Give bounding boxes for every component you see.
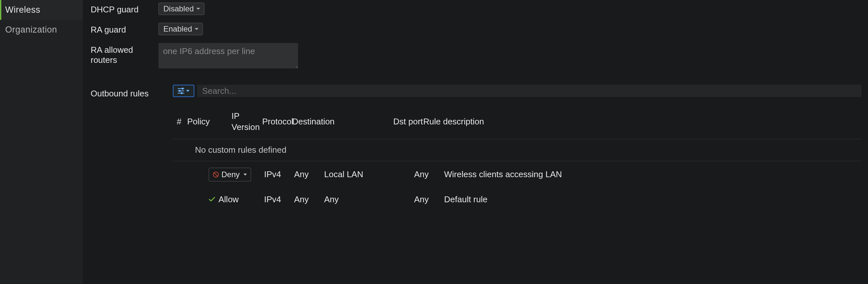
rule-dst-port: Any [414, 194, 444, 205]
rules-table: # Policy IP Version Protocol Destination… [173, 105, 862, 211]
col-dst-port: Dst port [393, 117, 423, 127]
col-description: Rule description [423, 117, 858, 127]
rules-table-head: # Policy IP Version Protocol Destination… [173, 105, 862, 139]
col-destination: Destination [292, 117, 393, 127]
dhcp-guard-label: DHCP guard [91, 3, 158, 15]
policy-value: Deny [221, 170, 240, 179]
dhcp-guard-select[interactable]: Disabled [158, 3, 205, 15]
outbound-rules-label: Outbound rules [91, 85, 173, 211]
ra-allowed-textarea[interactable] [158, 43, 298, 68]
sidebar-item-organization[interactable]: Organization [0, 20, 83, 40]
ra-guard-label: RA guard [91, 23, 158, 35]
chevron-down-icon [196, 6, 201, 11]
rule-dst-port: Any [414, 169, 444, 179]
rule-policy-cell: Allow [209, 194, 264, 205]
table-row: Deny IPv4 Any Local LAN Any Wireless cli… [173, 161, 862, 188]
sidebar-item-wireless[interactable]: Wireless [0, 0, 83, 20]
rule-description: Default rule [444, 194, 858, 205]
outbound-rules-content: # Policy IP Version Protocol Destination… [173, 85, 862, 211]
rule-description: Wireless clients accessing LAN [444, 169, 858, 179]
table-row: Allow IPv4 Any Any Any Default rule [173, 188, 862, 211]
col-hash: # [177, 117, 187, 127]
ra-guard-value: Enabled [163, 25, 192, 34]
policy-deny-select[interactable]: Deny [209, 168, 251, 181]
ra-allowed-row: RA allowed routers [83, 43, 868, 68]
empty-rules-row: No custom rules defined [173, 139, 862, 161]
rule-policy-cell: Deny [209, 168, 264, 181]
rule-ipver: IPv4 [264, 169, 294, 179]
outbound-rules-section: Outbound rules # Policy IP Version [83, 85, 868, 211]
dhcp-guard-value: Disabled [163, 4, 194, 13]
caret-down-icon [186, 90, 189, 92]
sidebar-item-label: Organization [5, 25, 57, 35]
sidebar-item-label: Wireless [5, 5, 40, 15]
sidebar: Wireless Organization [0, 0, 83, 284]
rule-destination: Any [324, 194, 414, 205]
chevron-down-icon [194, 26, 199, 32]
check-icon [209, 197, 215, 202]
policy-allow: Allow [209, 194, 239, 205]
main-content: DHCP guard Disabled RA guard Enabled RA … [83, 0, 868, 284]
rule-destination: Local LAN [324, 169, 414, 179]
dhcp-guard-row: DHCP guard Disabled [83, 3, 868, 15]
rules-search-bar [173, 85, 862, 97]
rules-search-input[interactable] [197, 85, 862, 97]
policy-value: Allow [218, 194, 239, 205]
ra-allowed-label: RA allowed routers [91, 43, 158, 65]
col-policy: Policy [187, 117, 231, 127]
sliders-icon [178, 88, 184, 94]
caret-down-icon [244, 174, 247, 176]
rule-protocol: Any [294, 169, 324, 179]
ra-guard-select[interactable]: Enabled [158, 23, 203, 35]
col-ipver: IP Version [231, 111, 262, 133]
ra-guard-row: RA guard Enabled [83, 23, 868, 35]
rule-protocol: Any [294, 194, 324, 205]
deny-icon [213, 172, 219, 178]
rule-ipver: IPv4 [264, 194, 294, 205]
col-protocol: Protocol [262, 117, 292, 127]
filter-button[interactable] [173, 85, 194, 97]
